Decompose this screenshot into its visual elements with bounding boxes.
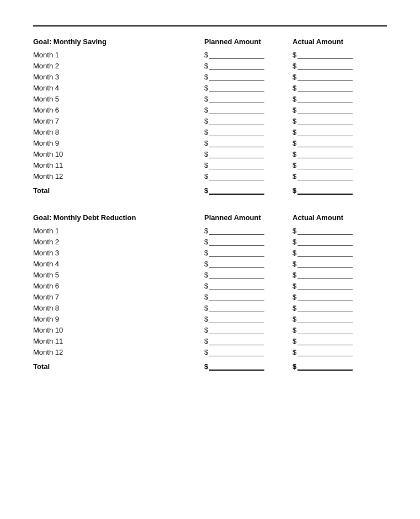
- planned-underline[interactable]: [209, 105, 264, 114]
- planned-underline[interactable]: [209, 259, 264, 268]
- actual-field-saving-9[interactable]: $: [293, 138, 381, 147]
- planned-underline[interactable]: [209, 248, 264, 257]
- actual-field-saving-7[interactable]: $: [293, 116, 381, 125]
- actual-field-saving-1[interactable]: $: [293, 50, 381, 59]
- actual-field-debt-12[interactable]: $: [293, 347, 381, 356]
- actual-underline[interactable]: [297, 281, 353, 290]
- planned-underline[interactable]: [209, 336, 264, 345]
- actual-field-debt-3[interactable]: $: [293, 248, 381, 257]
- actual-underline[interactable]: [297, 61, 353, 70]
- planned-field-saving-6[interactable]: $: [204, 105, 293, 114]
- total-planned-saving[interactable]: $: [204, 186, 293, 195]
- planned-field-debt-8[interactable]: $: [204, 303, 293, 312]
- planned-underline[interactable]: [209, 72, 264, 81]
- actual-field-debt-10[interactable]: $: [293, 325, 381, 334]
- planned-underline[interactable]: [209, 347, 264, 356]
- actual-underline[interactable]: [297, 138, 353, 147]
- total-actual-underline[interactable]: [297, 362, 353, 371]
- actual-field-debt-11[interactable]: $: [293, 336, 381, 345]
- actual-underline[interactable]: [297, 237, 353, 246]
- actual-field-saving-5[interactable]: $: [293, 94, 381, 103]
- actual-field-saving-12[interactable]: $: [293, 172, 381, 180]
- actual-field-debt-6[interactable]: $: [293, 281, 381, 290]
- planned-field-debt-5[interactable]: $: [204, 270, 293, 279]
- actual-field-saving-8[interactable]: $: [293, 127, 381, 136]
- actual-underline[interactable]: [297, 105, 353, 114]
- planned-field-debt-6[interactable]: $: [204, 281, 293, 290]
- planned-underline[interactable]: [209, 160, 264, 169]
- actual-underline[interactable]: [297, 149, 353, 158]
- planned-field-saving-1[interactable]: $: [204, 50, 293, 59]
- planned-underline[interactable]: [209, 314, 264, 323]
- actual-underline[interactable]: [297, 226, 353, 235]
- planned-underline[interactable]: [209, 116, 264, 125]
- planned-field-saving-12[interactable]: $: [204, 172, 293, 180]
- actual-underline[interactable]: [297, 292, 353, 301]
- actual-field-debt-5[interactable]: $: [293, 270, 381, 279]
- planned-underline[interactable]: [209, 303, 264, 312]
- total-actual-debt[interactable]: $: [293, 362, 381, 371]
- planned-field-saving-7[interactable]: $: [204, 116, 293, 125]
- actual-underline[interactable]: [297, 259, 353, 268]
- planned-field-saving-2[interactable]: $: [204, 61, 293, 70]
- actual-field-debt-7[interactable]: $: [293, 292, 381, 301]
- actual-underline[interactable]: [297, 325, 353, 334]
- planned-underline[interactable]: [209, 237, 264, 246]
- planned-field-saving-8[interactable]: $: [204, 127, 293, 136]
- planned-field-saving-11[interactable]: $: [204, 160, 293, 169]
- actual-underline[interactable]: [297, 94, 353, 103]
- planned-underline[interactable]: [209, 94, 264, 103]
- total-planned-debt[interactable]: $: [204, 362, 293, 371]
- actual-underline[interactable]: [297, 248, 353, 257]
- planned-field-debt-10[interactable]: $: [204, 325, 293, 334]
- planned-underline[interactable]: [209, 149, 264, 158]
- actual-underline[interactable]: [297, 50, 353, 59]
- actual-field-debt-4[interactable]: $: [293, 259, 381, 268]
- planned-underline[interactable]: [209, 325, 264, 334]
- planned-underline[interactable]: [209, 292, 264, 301]
- planned-field-debt-2[interactable]: $: [204, 237, 293, 246]
- actual-field-debt-2[interactable]: $: [293, 237, 381, 246]
- planned-field-debt-7[interactable]: $: [204, 292, 293, 301]
- actual-underline[interactable]: [297, 160, 353, 169]
- actual-field-saving-4[interactable]: $: [293, 83, 381, 92]
- actual-underline[interactable]: [297, 116, 353, 125]
- actual-underline[interactable]: [297, 303, 353, 312]
- actual-underline[interactable]: [297, 347, 353, 356]
- actual-field-saving-6[interactable]: $: [293, 105, 381, 114]
- actual-field-saving-11[interactable]: $: [293, 160, 381, 169]
- actual-field-saving-2[interactable]: $: [293, 61, 381, 70]
- actual-field-saving-3[interactable]: $: [293, 72, 381, 81]
- planned-field-debt-4[interactable]: $: [204, 259, 293, 268]
- planned-field-saving-9[interactable]: $: [204, 138, 293, 147]
- planned-underline[interactable]: [209, 127, 264, 136]
- planned-field-saving-4[interactable]: $: [204, 83, 293, 92]
- actual-underline[interactable]: [297, 72, 353, 81]
- actual-field-debt-9[interactable]: $: [293, 314, 381, 323]
- actual-underline[interactable]: [297, 270, 353, 279]
- planned-field-saving-3[interactable]: $: [204, 72, 293, 81]
- actual-field-saving-10[interactable]: $: [293, 149, 381, 158]
- planned-underline[interactable]: [209, 61, 264, 70]
- planned-underline[interactable]: [209, 50, 264, 59]
- planned-underline[interactable]: [209, 172, 264, 180]
- actual-underline[interactable]: [297, 172, 353, 180]
- planned-field-saving-10[interactable]: $: [204, 149, 293, 158]
- planned-field-saving-5[interactable]: $: [204, 94, 293, 103]
- planned-field-debt-12[interactable]: $: [204, 347, 293, 356]
- total-planned-underline[interactable]: [209, 186, 264, 195]
- actual-field-debt-1[interactable]: $: [293, 226, 381, 235]
- planned-underline[interactable]: [209, 281, 264, 290]
- total-actual-saving[interactable]: $: [293, 186, 381, 195]
- planned-field-debt-1[interactable]: $: [204, 226, 293, 235]
- planned-underline[interactable]: [209, 270, 264, 279]
- actual-underline[interactable]: [297, 314, 353, 323]
- planned-field-debt-9[interactable]: $: [204, 314, 293, 323]
- planned-underline[interactable]: [209, 83, 264, 92]
- planned-field-debt-11[interactable]: $: [204, 336, 293, 345]
- total-planned-underline[interactable]: [209, 362, 264, 371]
- actual-underline[interactable]: [297, 83, 353, 92]
- planned-underline[interactable]: [209, 138, 264, 147]
- total-actual-underline[interactable]: [297, 186, 353, 195]
- actual-underline[interactable]: [297, 336, 353, 345]
